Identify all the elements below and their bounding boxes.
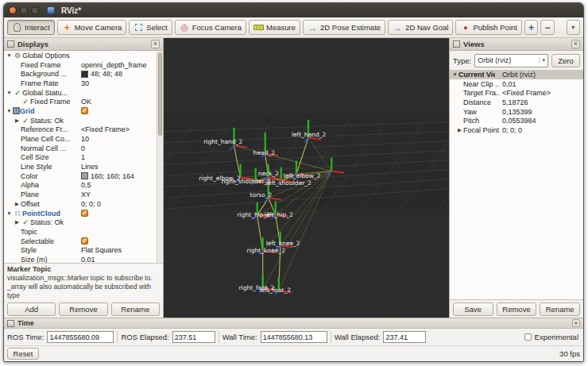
property-help-box: Marker Topic visualization_msgs::Marker … xyxy=(4,264,163,300)
property-name: Size (m) xyxy=(21,256,48,264)
tool-label: Select xyxy=(146,23,167,32)
property-row-yaw[interactable]: Yaw0,135399 xyxy=(450,107,583,117)
panel-dock-icon xyxy=(7,320,14,327)
property-row-global-statu[interactable]: ▼✓Global Statu... xyxy=(4,88,163,98)
views-close-icon[interactable] xyxy=(571,40,580,48)
remove-button[interactable]: Remove xyxy=(59,302,107,316)
property-value-text: Orbit (rviz) xyxy=(502,71,536,79)
tool-focus-camera-button[interactable]: ◎Focus Camera xyxy=(175,20,246,35)
expander-icon[interactable]: ▼ xyxy=(6,90,13,95)
property-row-size-m[interactable]: Size (m)0.01 xyxy=(4,255,163,264)
property-row-color[interactable]: Color160; 160; 164 xyxy=(4,171,163,181)
property-value-text: 1 xyxy=(81,153,85,161)
property-row-cell-size[interactable]: Cell Size1 xyxy=(4,153,163,163)
property-row-fixed-frame[interactable]: ✓Fixed FrameOK xyxy=(4,97,163,106)
ros-elapsed-input[interactable] xyxy=(172,331,215,343)
remove-tool-button[interactable]: − xyxy=(540,20,554,35)
property-row-alpha[interactable]: Alpha0,5 xyxy=(4,181,163,191)
checkbox-checked[interactable]: ✓ xyxy=(81,107,88,114)
add-tool-button[interactable]: + xyxy=(524,20,538,35)
tool-move-camera-button[interactable]: +Move Camera xyxy=(57,20,127,35)
property-row-offset[interactable]: ▶Offset0; 0; 0 xyxy=(4,199,163,209)
time-close-icon[interactable] xyxy=(572,319,580,327)
rename-button[interactable]: Rename xyxy=(111,302,160,316)
property-row-pointcloud[interactable]: ▼∷PointCloud✓ xyxy=(4,209,163,218)
property-row-topic[interactable]: Topic xyxy=(4,227,163,237)
time-bottom-row: Reset 30 fps xyxy=(4,346,583,361)
minimize-window-button[interactable] xyxy=(20,6,28,14)
wall-time-input[interactable] xyxy=(261,331,327,343)
expander-icon[interactable]: ▼ xyxy=(6,210,13,216)
experimental-checkbox[interactable] xyxy=(524,333,532,341)
property-row-grid[interactable]: ▼Grid✓ xyxy=(4,106,163,116)
rename-button[interactable]: Rename xyxy=(540,302,580,316)
property-row-plane-cell-co[interactable]: Plane Cell Co...10 xyxy=(4,134,163,144)
property-row-pitch[interactable]: Pitch0,0553984 xyxy=(450,116,583,125)
property-row-distance[interactable]: Distance5,18726 xyxy=(450,98,583,107)
window-title: RViz* xyxy=(61,6,81,15)
tool-interact-button[interactable]: Interact xyxy=(7,20,55,35)
vertical-scrollbar[interactable] xyxy=(157,51,163,263)
frame-label-head-2: head_2 xyxy=(253,149,276,156)
expander-icon[interactable]: ▼ xyxy=(451,71,458,77)
tool-label: Move Camera xyxy=(75,23,122,32)
property-row-near-clip[interactable]: Near Clip ...0,01 xyxy=(450,79,583,89)
tool-select-button[interactable]: Select xyxy=(129,20,172,35)
tool-label: Measure xyxy=(266,23,296,32)
property-value-text: 10 xyxy=(81,135,89,143)
property-row-status-ok[interactable]: ▶✓Status: Ok xyxy=(4,116,163,125)
property-row-selectable[interactable]: Selectable✓ xyxy=(4,237,163,246)
property-row-style[interactable]: StyleFlat Squares xyxy=(4,245,163,255)
property-row-global-options[interactable]: ▼⚙Global Options xyxy=(4,51,163,60)
property-row-current-view[interactable]: ▼Current ViewOrbit (rviz) xyxy=(450,70,583,79)
property-value: 0; 0; 0 xyxy=(502,125,522,135)
property-name: Frame Rate xyxy=(21,79,59,87)
time-panel-header[interactable]: Time xyxy=(4,318,583,329)
expander-icon[interactable]: ▶ xyxy=(14,201,21,207)
displays-close-icon[interactable] xyxy=(151,40,160,48)
render-viewport[interactable]: right_hand_2left_hand_2head_2right_elbow… xyxy=(164,38,449,318)
tool-publish-point-button[interactable]: ●Publish Point xyxy=(455,20,521,35)
displays-panel-header[interactable]: Displays xyxy=(4,38,163,51)
titlebar[interactable]: RViz* xyxy=(4,3,583,17)
ros-time-input[interactable] xyxy=(47,331,114,343)
checkbox-checked[interactable]: ✓ xyxy=(81,237,88,245)
expander-icon[interactable]: ▼ xyxy=(6,108,13,114)
property-value-text: 0; 0; 0 xyxy=(81,200,101,208)
checkbox-checked[interactable]: ✓ xyxy=(81,210,88,217)
add-button[interactable]: Add xyxy=(7,302,56,316)
scrollbar-thumb[interactable] xyxy=(158,52,162,136)
property-row-fixed-frame[interactable]: Fixed Frameopenni_depth_frame xyxy=(4,60,163,70)
toolbar-overflow-button[interactable]: ▾ xyxy=(567,20,580,35)
tool-label: 2D Nav Goal xyxy=(405,23,448,32)
check-icon: ✓ xyxy=(21,218,30,226)
save-button[interactable]: Save xyxy=(453,302,493,316)
tool-measure-button[interactable]: Measure xyxy=(249,20,300,35)
property-row-line-style[interactable]: Line StyleLines xyxy=(4,162,163,171)
views-panel-header[interactable]: Views xyxy=(450,38,583,51)
tool-label: Focus Camera xyxy=(192,23,242,32)
zero-button[interactable]: Zero xyxy=(551,54,580,67)
tool-2d-nav-goal-button[interactable]: →2D Nav Goal xyxy=(388,20,453,35)
property-value-text: 0,0553984 xyxy=(502,117,536,125)
property-row-frame-rate[interactable]: Frame Rate30 xyxy=(4,79,163,88)
property-row-background[interactable]: Background ...48; 48; 48 xyxy=(4,69,163,79)
property-row-status-ok[interactable]: ▶✓Status: Ok xyxy=(4,218,163,227)
property-name: Pitch xyxy=(463,117,479,125)
property-row-reference-fr[interactable]: Reference Fr...<Fixed Frame> xyxy=(4,125,163,135)
expander-icon[interactable]: ▶ xyxy=(456,127,463,133)
reset-button[interactable]: Reset xyxy=(7,348,39,360)
tool-2d-pose-estimate-button[interactable]: →2D Pose Estimate xyxy=(303,20,385,35)
remove-button[interactable]: Remove xyxy=(497,302,537,316)
property-row-target-fra[interactable]: Target Fra...<Fixed Frame> xyxy=(450,88,583,98)
close-window-button[interactable] xyxy=(9,6,17,14)
property-row-plane[interactable]: PlaneXY xyxy=(4,190,163,199)
view-type-dropdown[interactable]: Orbit (rviz) xyxy=(474,54,548,67)
maximize-window-button[interactable] xyxy=(31,6,39,14)
expander-icon[interactable]: ▶ xyxy=(14,118,21,124)
property-row-normal-cell[interactable]: Normal Cell ...0 xyxy=(4,144,163,153)
wall-elapsed-input[interactable] xyxy=(383,331,426,343)
property-row-focal-point[interactable]: ▶Focal Point0; 0; 0 xyxy=(450,125,583,135)
expander-icon[interactable]: ▶ xyxy=(14,219,21,225)
expander-icon[interactable]: ▼ xyxy=(6,52,13,58)
